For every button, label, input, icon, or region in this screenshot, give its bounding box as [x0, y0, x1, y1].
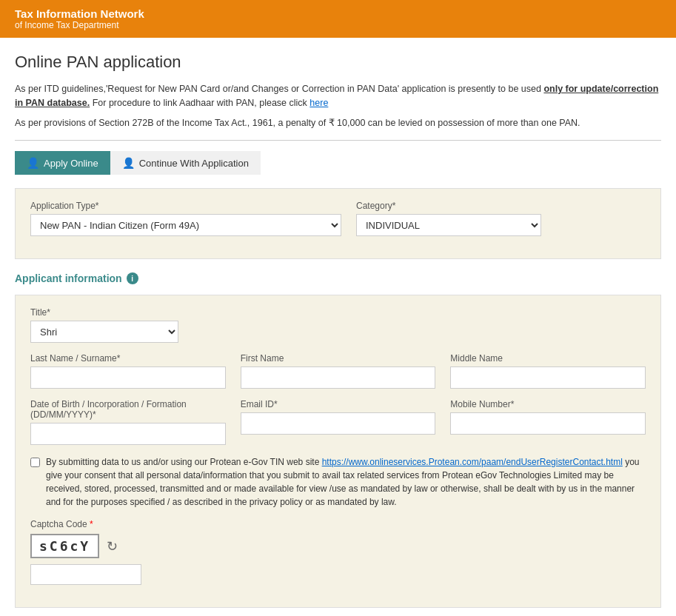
captcha-refresh-icon[interactable]: ↻	[107, 538, 118, 555]
tab-continue-application[interactable]: 👤 Continue With Application	[110, 151, 261, 175]
last-name-input[interactable]	[30, 366, 226, 389]
mobile-group: Mobile Number*	[450, 399, 646, 445]
consent-link[interactable]: https://www.onlineservices.Protean.com/p…	[322, 457, 623, 467]
application-type-section: Application Type* New PAN - Indian Citiz…	[15, 188, 661, 259]
header-title-line1: Tax Information Network	[15, 7, 144, 20]
email-group: Email ID*	[241, 399, 436, 445]
email-label: Email ID*	[241, 399, 436, 409]
dob-input[interactable]	[30, 423, 226, 445]
last-name-label: Last Name / Surname*	[30, 353, 226, 364]
dob-group: Date of Birth / Incorporation / Formatio…	[30, 399, 226, 445]
mobile-input[interactable]	[450, 412, 646, 435]
captcha-required-star: *	[90, 519, 93, 529]
application-type-row: Application Type* New PAN - Indian Citiz…	[30, 201, 646, 236]
middle-name-label: Middle Name	[450, 353, 646, 364]
dob-email-mobile-row: Date of Birth / Incorporation / Formatio…	[30, 399, 646, 445]
first-name-group: First Name	[241, 353, 436, 389]
middle-name-input[interactable]	[450, 366, 646, 389]
title-select[interactable]: Shri Smt Kumari M/s	[30, 321, 178, 343]
applicant-info-section: Title* Shri Smt Kumari M/s Last Name / S…	[15, 295, 661, 608]
info-text-2: As per provisions of Section 272B of the…	[15, 116, 661, 130]
info-text-1: As per ITD guidelines,'Request for New P…	[15, 82, 661, 110]
application-type-group: Application Type* New PAN - Indian Citiz…	[30, 201, 341, 236]
page-content: Online PAN application As per ITD guidel…	[0, 38, 676, 616]
first-name-label: First Name	[241, 353, 436, 364]
tab-apply-online-label: Apply Online	[44, 158, 98, 169]
header-logo: Tax Information Network of Income Tax De…	[15, 7, 144, 30]
application-type-label: Application Type*	[30, 201, 341, 211]
captcha-row: sC6cY ↻	[30, 534, 646, 558]
applicant-info-header: Applicant information i	[15, 272, 661, 284]
title-label: Title*	[30, 307, 178, 318]
title-row: Title* Shri Smt Kumari M/s	[30, 307, 646, 343]
header: Tax Information Network of Income Tax De…	[0, 0, 676, 38]
applicant-info-icon: i	[127, 272, 138, 284]
here-link[interactable]: here	[309, 98, 328, 108]
divider	[15, 140, 661, 141]
captcha-section: Captcha Code * sC6cY ↻	[30, 519, 646, 585]
tab-continue-application-label: Continue With Application	[139, 158, 249, 169]
last-name-group: Last Name / Surname*	[30, 353, 226, 389]
category-group: Category* INDIVIDUAL HUF COMPANY FIRM TR…	[356, 201, 646, 236]
applicant-info-title: Applicant information	[15, 272, 122, 284]
continue-application-icon: 👤	[122, 157, 135, 169]
mobile-label: Mobile Number*	[450, 399, 646, 409]
captcha-label: Captcha Code *	[30, 519, 646, 529]
first-name-input[interactable]	[241, 366, 436, 389]
title-group: Title* Shri Smt Kumari M/s	[30, 307, 178, 343]
category-label: Category*	[356, 201, 646, 211]
application-type-select[interactable]: New PAN - Indian Citizen (Form 49A) New …	[30, 214, 341, 236]
tab-apply-online[interactable]: 👤 Apply Online	[15, 151, 110, 175]
captcha-image: sC6cY	[30, 534, 99, 558]
tabs-container: 👤 Apply Online 👤 Continue With Applicati…	[15, 151, 661, 175]
apply-online-icon: 👤	[27, 157, 39, 169]
middle-name-group: Middle Name	[450, 353, 646, 389]
captcha-input[interactable]	[30, 564, 141, 585]
header-title-line2: of Income Tax Department	[15, 20, 144, 30]
consent-checkbox[interactable]	[30, 458, 40, 467]
consent-text: By submitting data to us and/or using ou…	[46, 455, 646, 509]
dob-label: Date of Birth / Incorporation / Formatio…	[30, 399, 226, 420]
consent-row: By submitting data to us and/or using ou…	[30, 455, 646, 509]
category-select[interactable]: INDIVIDUAL HUF COMPANY FIRM TRUST BOI/AO…	[356, 214, 541, 236]
page-title: Online PAN application	[15, 53, 661, 72]
email-input[interactable]	[241, 412, 436, 435]
name-row: Last Name / Surname* First Name Middle N…	[30, 353, 646, 389]
